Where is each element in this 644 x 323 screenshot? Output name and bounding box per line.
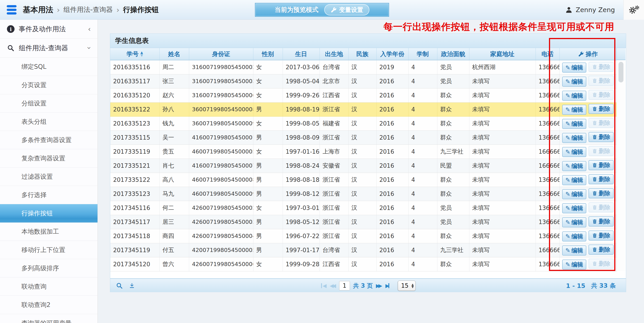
- sidebar-item[interactable]: 绑定SQL: [0, 58, 98, 76]
- column-header-1[interactable]: 姓名: [160, 48, 189, 60]
- table-scrollbar[interactable]: [616, 48, 626, 271]
- delete-button[interactable]: 删除: [588, 118, 614, 128]
- delete-button[interactable]: 删除: [588, 132, 614, 142]
- cell-birthday: 1997-01-16: [283, 145, 320, 159]
- variable-settings-button[interactable]: 变量设置: [324, 4, 370, 15]
- column-header-5[interactable]: 出生地: [320, 48, 348, 60]
- sidebar-group-events[interactable]: i 事件及动作用法 ‹: [0, 20, 98, 39]
- delete-button[interactable]: 删除: [588, 174, 614, 184]
- sidebar-item[interactable]: 多行选择: [0, 186, 98, 204]
- edit-button[interactable]: ✎编辑: [562, 189, 586, 199]
- delete-button[interactable]: 删除: [588, 146, 614, 156]
- zoom-search-button[interactable]: [116, 282, 123, 290]
- edit-button[interactable]: ✎编辑: [562, 231, 586, 242]
- first-page-button[interactable]: ◀: [320, 283, 327, 289]
- sidebar-item[interactable]: 表头分组: [0, 113, 98, 131]
- sidebar-group-query[interactable]: 组件用法-查询器 ›: [0, 39, 98, 58]
- edit-button[interactable]: ✎编辑: [562, 217, 586, 227]
- sidebar-item[interactable]: 分页设置: [0, 76, 98, 94]
- column-header-0[interactable]: 学号▲▼: [110, 48, 160, 60]
- cell-political: 群众: [437, 187, 469, 201]
- table-row[interactable]: 2017335122高八460071998054500008男1998-08-1…: [110, 173, 616, 187]
- page-size-select[interactable]: 15 ▲▼: [398, 281, 416, 291]
- table-row[interactable]: 2017345118商四426007199805450004男1996-07-2…: [110, 229, 616, 243]
- sidebar-item[interactable]: 联动查询: [0, 278, 98, 296]
- table-row[interactable]: 2017345120曾六426007199805450006女1999-09-2…: [110, 257, 616, 271]
- cell-name: 付五: [160, 243, 189, 257]
- delete-button[interactable]: 删除: [588, 245, 614, 255]
- table-row[interactable]: 2017335119贵五460071998054500005女1997-01-1…: [110, 145, 616, 159]
- breadcrumb-current: 行操作按钮: [123, 5, 159, 15]
- column-header-2[interactable]: 身份证: [189, 48, 253, 60]
- scrollbar-track[interactable]: [616, 60, 626, 271]
- sidebar-item[interactable]: 查询器的可用变量: [0, 314, 98, 323]
- edit-button[interactable]: ✎编辑: [562, 62, 586, 73]
- sidebar-item[interactable]: 联动查询2: [0, 296, 98, 314]
- next-page-button[interactable]: ▶▶: [376, 283, 382, 289]
- edit-button[interactable]: ✎编辑: [562, 91, 586, 101]
- settings-gears-button[interactable]: [624, 0, 644, 20]
- menu-icon[interactable]: [7, 5, 16, 14]
- user-menu[interactable]: Zenny Zeng: [565, 0, 615, 20]
- column-header-11[interactable]: 电话: [536, 48, 560, 60]
- sidebar-item[interactable]: 多列高级排序: [0, 259, 98, 278]
- gears-icon: [628, 5, 640, 15]
- delete-label: 删除: [598, 260, 610, 268]
- table-row[interactable]: 2017345119付五420071998054500005男1997-01-1…: [110, 243, 616, 257]
- edit-button[interactable]: ✎编辑: [562, 147, 586, 157]
- edit-button[interactable]: ✎编辑: [562, 260, 586, 270]
- edit-button[interactable]: ✎编辑: [562, 175, 586, 185]
- delete-button[interactable]: 删除: [588, 76, 614, 86]
- column-header-9[interactable]: 政治面貌: [437, 48, 469, 60]
- delete-button[interactable]: 删除: [588, 90, 614, 100]
- sort-icon[interactable]: ▲▼: [140, 51, 143, 57]
- delete-button[interactable]: 删除: [588, 231, 614, 241]
- prev-page-button[interactable]: ◀◀: [330, 283, 336, 289]
- delete-button[interactable]: 删除: [588, 104, 614, 114]
- column-header-6[interactable]: 民族: [348, 48, 376, 60]
- sidebar-item[interactable]: 复杂查询器设置: [0, 149, 98, 168]
- edit-button[interactable]: ✎编辑: [562, 119, 586, 129]
- delete-button[interactable]: 删除: [588, 216, 614, 227]
- edit-button[interactable]: ✎编辑: [562, 246, 586, 256]
- download-button[interactable]: [128, 282, 136, 290]
- table-row[interactable]: 2016335117张三316007199805450003女1998-05-0…: [110, 74, 616, 88]
- breadcrumb-parent[interactable]: 组件用法-查询器: [64, 5, 113, 14]
- edit-button[interactable]: ✎编辑: [562, 161, 586, 171]
- delete-button[interactable]: 删除: [588, 160, 614, 170]
- edit-button[interactable]: ✎编辑: [562, 77, 586, 87]
- sidebar-item[interactable]: 过滤器设置: [0, 168, 98, 186]
- last-page-button[interactable]: ▶: [385, 283, 392, 289]
- sidebar-item[interactable]: 行操作按钮: [0, 204, 98, 223]
- table-row[interactable]: 2016335122孙八360071998054500008男1998-08-1…: [110, 102, 616, 116]
- edit-button[interactable]: ✎编辑: [562, 105, 586, 115]
- table-row[interactable]: 2017335123马九460071998054500009男1999-08-1…: [110, 187, 616, 201]
- table-row[interactable]: 2016335116周二316007199805450002女2017-03-0…: [110, 60, 616, 74]
- page-number-input[interactable]: [339, 281, 350, 290]
- edit-button[interactable]: ✎编辑: [562, 133, 586, 143]
- table-row[interactable]: 2017345117居三426007199805450003男1998-05-1…: [110, 215, 616, 229]
- column-header-actions[interactable]: 操作: [560, 48, 616, 60]
- sidebar-group-label: 事件及动作用法: [19, 24, 66, 34]
- delete-button[interactable]: 删除: [588, 62, 614, 72]
- sidebar-item[interactable]: 分组设置: [0, 94, 98, 113]
- sidebar-item[interactable]: 本地数据加工: [0, 223, 98, 241]
- table-row[interactable]: 2017345116何二426007199805450002女1997-03-0…: [110, 201, 616, 215]
- scrollbar-thumb[interactable]: [618, 62, 624, 82]
- edit-button[interactable]: ✎编辑: [562, 203, 586, 213]
- column-header-3[interactable]: 性别: [253, 48, 283, 60]
- table-row[interactable]: 2017335115吴一416007199805450001男1998-08-0…: [110, 130, 616, 145]
- sidebar-item[interactable]: 多条件查询器设置: [0, 131, 98, 149]
- delete-button[interactable]: 删除: [588, 188, 614, 198]
- column-header-8[interactable]: 学制: [408, 48, 437, 60]
- delete-button[interactable]: 删除: [588, 259, 614, 269]
- column-header-4[interactable]: 生日: [283, 48, 320, 60]
- edit-label: 编辑: [571, 148, 583, 156]
- table-row[interactable]: 2016335123钱九360071998054500009女1999-08-0…: [110, 116, 616, 130]
- sidebar-item[interactable]: 移动行上下位置: [0, 241, 98, 259]
- table-row[interactable]: 2017335121肖七416007199805450007男1998-08-2…: [110, 159, 616, 173]
- table-row[interactable]: 2016335120赵六316007199805450006女1999-09-2…: [110, 88, 616, 102]
- delete-button[interactable]: 删除: [588, 202, 614, 212]
- column-header-7[interactable]: 入学年份: [376, 48, 408, 60]
- column-header-10[interactable]: 家庭地址: [469, 48, 536, 60]
